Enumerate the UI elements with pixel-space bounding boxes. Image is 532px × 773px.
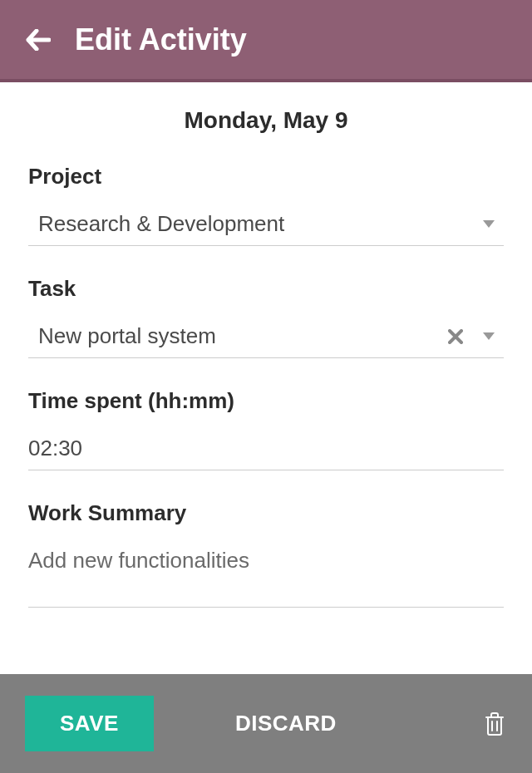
time-spent-input[interactable] — [28, 431, 504, 470]
discard-button[interactable]: DISCARD — [200, 696, 372, 751]
trash-icon[interactable] — [482, 711, 507, 736]
work-summary-input[interactable]: Add new functionalities — [28, 543, 504, 608]
task-value: New portal system — [38, 323, 446, 349]
task-label: Task — [28, 276, 504, 302]
project-label: Project — [28, 164, 504, 190]
page-title: Edit Activity — [75, 22, 247, 57]
clear-icon[interactable] — [446, 327, 466, 347]
header: Edit Activity — [0, 0, 532, 82]
project-value: Research & Development — [38, 211, 480, 237]
project-field-group: Project Research & Development — [28, 164, 504, 246]
task-select[interactable]: New portal system — [28, 318, 504, 358]
chevron-down-icon[interactable] — [480, 216, 497, 233]
time-spent-label: Time spent (hh:mm) — [28, 388, 504, 414]
task-field-group: Task New portal system — [28, 276, 504, 358]
chevron-down-icon[interactable] — [480, 328, 497, 345]
footer-toolbar: SAVE DISCARD — [0, 674, 532, 773]
work-summary-field-group: Work Summary Add new functionalities — [28, 500, 504, 608]
time-spent-field-group: Time spent (hh:mm) — [28, 388, 504, 470]
project-select[interactable]: Research & Development — [28, 206, 504, 246]
save-button[interactable]: SAVE — [25, 696, 154, 751]
date-heading: Monday, May 9 — [28, 107, 504, 134]
back-arrow-icon[interactable] — [23, 25, 53, 55]
work-summary-label: Work Summary — [28, 500, 504, 526]
content-area: Monday, May 9 Project Research & Develop… — [0, 82, 532, 608]
